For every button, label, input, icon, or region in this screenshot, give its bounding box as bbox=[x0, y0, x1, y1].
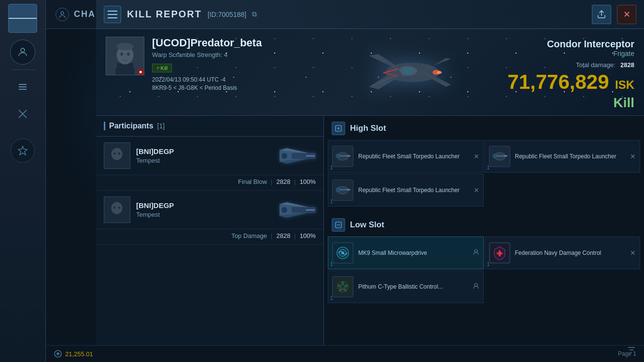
sidebar-menu-button[interactable] bbox=[8, 4, 37, 33]
highslot-item-2-close[interactable]: ✕ bbox=[630, 153, 636, 160]
bottom-panels: Participants [1] [BNI]DEGP Tempest bbox=[96, 116, 644, 362]
lowslot-item-3-person[interactable] bbox=[473, 283, 479, 291]
lowslot-item-2-icon bbox=[489, 242, 510, 264]
victim-ship-type: Frigate bbox=[507, 50, 634, 57]
sidebar-item-menu[interactable] bbox=[8, 75, 37, 99]
killreport-id: [ID:7005188] bbox=[208, 11, 246, 18]
participants-panel: Participants [1] [BNI]DEGP Tempest bbox=[96, 116, 324, 362]
highslot-item-1-name: Republic Fleet Small Torpedo Launcher bbox=[358, 153, 469, 161]
highslot-title: High Slot bbox=[350, 124, 386, 133]
export-button[interactable] bbox=[592, 5, 611, 24]
lowslot-item-1-icon bbox=[332, 242, 353, 264]
participant-row-2[interactable]: [BNI]DEGP Tempest bbox=[96, 191, 323, 229]
close-icon: ✕ bbox=[623, 9, 630, 20]
svg-point-49 bbox=[281, 207, 287, 213]
highslot-item-2-name: Republic Fleet Small Torpedo Launcher bbox=[515, 153, 626, 161]
isk-value: 71,776,829 bbox=[507, 70, 609, 93]
total-damage-value: 2828 bbox=[620, 61, 634, 69]
sidebar-character-icon[interactable] bbox=[10, 40, 35, 65]
svg-point-0 bbox=[21, 48, 25, 52]
lowslot-icon bbox=[332, 218, 345, 232]
svg-point-24 bbox=[437, 71, 442, 74]
highslot-item-1-icon bbox=[332, 146, 353, 167]
lowslot-grid: 1 MK9 Small Microwarpdrive bbox=[324, 237, 644, 307]
ship-area bbox=[345, 29, 480, 115]
lowslot-item-2[interactable]: 1 Federation Navy Dama bbox=[485, 237, 641, 269]
svg-point-42 bbox=[113, 207, 115, 209]
isk-unit: ISK bbox=[615, 78, 634, 91]
svg-rect-9 bbox=[116, 63, 135, 75]
participant-1-stats: Final Blow | 2828 | 100% bbox=[96, 175, 323, 191]
participant-1-avatar bbox=[104, 142, 130, 169]
svg-point-11 bbox=[120, 53, 123, 56]
participant-1-ship: Tempest bbox=[136, 157, 277, 164]
participant-2-damage: 2828 bbox=[276, 232, 290, 239]
svg-point-87 bbox=[475, 283, 477, 286]
participants-count: [1] bbox=[157, 122, 165, 130]
header-accent-bar bbox=[104, 122, 105, 130]
participant-2-info: [BNI]DEGP Tempest bbox=[136, 201, 277, 218]
participant-1-ship-image bbox=[277, 142, 316, 169]
sidebar-item-favorites[interactable] bbox=[8, 139, 37, 163]
total-damage-label: Total damage: bbox=[576, 61, 616, 69]
lowslot-item-1-person[interactable] bbox=[473, 249, 479, 257]
kill-stats: Condor Interceptor Frigate Total damage:… bbox=[507, 39, 634, 111]
svg-point-18 bbox=[402, 68, 413, 74]
svg-point-64 bbox=[494, 155, 496, 157]
lowslot-item-2-name: Federation Navy Damage Control bbox=[515, 249, 626, 257]
svg-rect-14 bbox=[109, 63, 117, 69]
highslot-item-1[interactable]: 1 Republic Fleet Small Torpedo Launcher … bbox=[328, 140, 484, 173]
svg-rect-15 bbox=[133, 63, 142, 69]
filter-icon[interactable] bbox=[627, 345, 636, 357]
svg-point-38 bbox=[281, 153, 287, 159]
kill-badge: ■ bbox=[138, 69, 144, 75]
svg-marker-20 bbox=[369, 54, 403, 70]
participant-2-name: [BNI]DEGP bbox=[136, 201, 277, 209]
participant-1-percent: 100% bbox=[300, 178, 316, 185]
highslot-icon bbox=[332, 122, 345, 135]
killreport-title: KILL REPORT bbox=[127, 9, 202, 20]
svg-marker-6 bbox=[18, 146, 27, 155]
lowslot-title: Low Slot bbox=[350, 220, 384, 230]
participants-header: Participants [1] bbox=[96, 116, 323, 137]
svg-rect-33 bbox=[109, 161, 126, 169]
participant-row-1[interactable]: [BNI]DEGP Tempest bbox=[96, 137, 323, 175]
svg-point-12 bbox=[127, 53, 130, 56]
highslot-item-2-icon bbox=[489, 146, 510, 167]
svg-rect-82 bbox=[499, 251, 501, 256]
kill-type: Kill bbox=[507, 95, 634, 111]
svg-point-32 bbox=[118, 153, 120, 155]
highslot-item-3[interactable]: 1 Republic Fleet Small Torpedo Launcher … bbox=[328, 174, 484, 207]
main-content: KILL REPORT [ID:7005188] ⧉ ✕ bbox=[46, 0, 644, 362]
highslot-item-3-icon bbox=[332, 180, 353, 201]
svg-point-86 bbox=[341, 285, 345, 289]
lowslot-item-3-name: Pithum C-Type Ballistic Control... bbox=[358, 283, 468, 291]
participants-bottom-row: 21,255.01 Page 1 bbox=[96, 345, 324, 362]
equipment-panel: High Slot 1 bbox=[324, 116, 644, 362]
copy-icon[interactable]: ⧉ bbox=[252, 10, 257, 18]
svg-point-58 bbox=[337, 155, 339, 157]
highslot-item-2[interactable]: 1 Republic Fleet Small Torpedo Launcher … bbox=[485, 140, 641, 173]
lowslot-item-2-close[interactable]: ✕ bbox=[630, 249, 636, 257]
svg-rect-44 bbox=[109, 215, 126, 223]
participant-1-name: [BNI]DEGP bbox=[136, 147, 277, 155]
sidebar-item-combat[interactable] bbox=[8, 102, 37, 126]
participant-2-ship: Tempest bbox=[136, 211, 277, 218]
close-button[interactable]: ✕ bbox=[617, 5, 636, 24]
lowslot-item-1[interactable]: 1 MK9 Small Microwarpdrive bbox=[328, 237, 484, 269]
highslot-item-3-close[interactable]: ✕ bbox=[474, 186, 479, 194]
lowslot-header: Low Slot bbox=[324, 212, 644, 237]
character-panel: ■ [UCOD]Predator_beta Warp Scramble Stre… bbox=[96, 29, 644, 116]
highslot-header: High Slot bbox=[324, 116, 644, 140]
killreport-menu-button[interactable] bbox=[104, 6, 121, 23]
svg-point-77 bbox=[338, 248, 348, 258]
character-avatar: ■ bbox=[106, 37, 144, 75]
participants-title: Participants bbox=[109, 122, 154, 130]
lowslot-item-1-name: MK9 Small Microwarpdrive bbox=[358, 249, 468, 257]
svg-point-41 bbox=[111, 202, 122, 214]
highslot-item-1-close[interactable]: ✕ bbox=[474, 153, 479, 160]
svg-point-43 bbox=[118, 207, 120, 209]
lowslot-item-3[interactable]: 1 Pithum C-Type Ballistic Control... bbox=[328, 270, 484, 303]
svg-point-78 bbox=[475, 250, 477, 252]
sidebar-divider-1 bbox=[11, 70, 35, 70]
